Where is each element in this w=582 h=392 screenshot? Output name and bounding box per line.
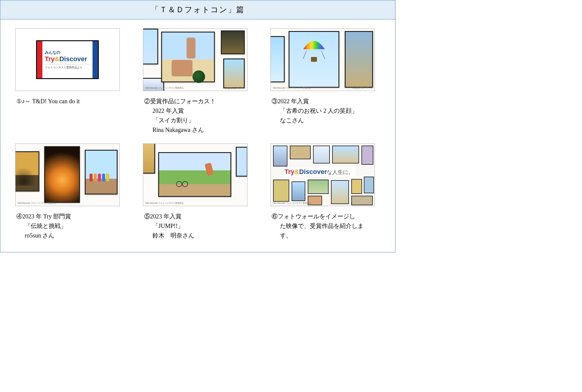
caption-6: ⑥フォトウォールをイメージし た映像で、受賞作品を紹介しま す。 [270, 212, 380, 240]
watermelon-icon [193, 70, 205, 83]
fire-photo-icon [44, 146, 80, 203]
caption-5: ⑤2023 年入賞 「JUMP!!」 鈴木 明奈さん [143, 212, 253, 240]
logo-brand: Try&Discover [45, 56, 90, 62]
brand-banner: Try&Discoverな人生に。 [283, 167, 355, 177]
storyboard-cell: T&D Discover フォトコンテスト受賞作品 ⑤2023 年入賞 「JUM… [143, 143, 253, 240]
parasail-basket-icon [311, 57, 317, 62]
caption-1: ①♪～ T&D! You can do it [15, 96, 125, 106]
logo-line3: フォトコンテスト受賞作品より [45, 64, 90, 70]
storyboard-cell: T&D Discover フォトコンテスト受賞作品 Song by ゴスペラーズ… [143, 28, 253, 135]
storyboard-cell: T&D Discover フォトコンテスト受賞作品 Song by ゴスペラーズ… [270, 28, 380, 135]
thumbnail-1: みんなの Try&Discover フォトコンテスト受賞作品より [15, 28, 120, 91]
caption-4: ④2023 年 Try 部門賞 「伝統と挑戦」 ro5sun さん [15, 212, 125, 240]
people-icon [172, 60, 193, 76]
thumbnail-2: T&D Discover フォトコンテスト受賞作品 Song by ゴスペラーズ [143, 28, 247, 91]
caption-3: ③2022 年入賞 「古希のお祝い 2 人の笑顔」 なこさん [270, 96, 380, 125]
storyboard-cell: T&D Discover フォトコンテスト受賞作品 ④2023 年 Try 部門… [15, 143, 125, 240]
panel-title: 「Ｔ＆Ｄフォトコン」篇 [0, 0, 395, 19]
credit-text: T&D Discover フォトコンテスト受賞作品 [272, 87, 311, 89]
storyboard-grid: みんなの Try&Discover フォトコンテスト受賞作品より ①♪～ T&D… [0, 19, 395, 252]
credit-text: T&D Discover フォトコンテスト受賞作品 [17, 202, 56, 205]
credit-text: Song by ゴスペラーズ [224, 87, 245, 89]
logo-card: みんなの Try&Discover フォトコンテスト受賞作品より [36, 40, 99, 79]
storyboard-cell: Try&Discoverな人生に。 T&D Discover フォトコンテスト受… [270, 143, 380, 240]
thumbnail-4: T&D Discover フォトコンテスト受賞作品 [15, 143, 120, 206]
credit-text: Song by ゴスペラーズ [352, 87, 373, 89]
credit-text: T&D Discover フォトコンテスト受賞作品 [145, 202, 184, 205]
thumbnail-3: T&D Discover フォトコンテスト受賞作品 Song by ゴスペラーズ [270, 28, 375, 91]
credit-text: T&D Discover フォトコンテスト受賞作品 [272, 202, 311, 205]
storyboard-cell: みんなの Try&Discover フォトコンテスト受賞作品より ①♪～ T&D… [15, 28, 125, 135]
child-icon [187, 38, 195, 58]
children-icon [90, 174, 109, 181]
thumbnail-5: T&D Discover フォトコンテスト受賞作品 [143, 143, 247, 206]
bicycle-icon [176, 178, 188, 186]
storyboard-panel: 「Ｔ＆Ｄフォトコン」篇 みんなの Try&Discover フォトコンテスト受賞… [0, 0, 395, 252]
credit-text: T&D Discover フォトコンテスト受賞作品 [145, 87, 184, 89]
parachute-icon [302, 37, 326, 52]
caption-2: ②受賞作品にフォーカス！ 2022 年入賞 「スイカ割り」 Rina Nakag… [143, 96, 253, 135]
logo-line1: みんなの [45, 50, 90, 55]
thumbnail-6: Try&Discoverな人生に。 T&D Discover フォトコンテスト受… [270, 143, 375, 206]
